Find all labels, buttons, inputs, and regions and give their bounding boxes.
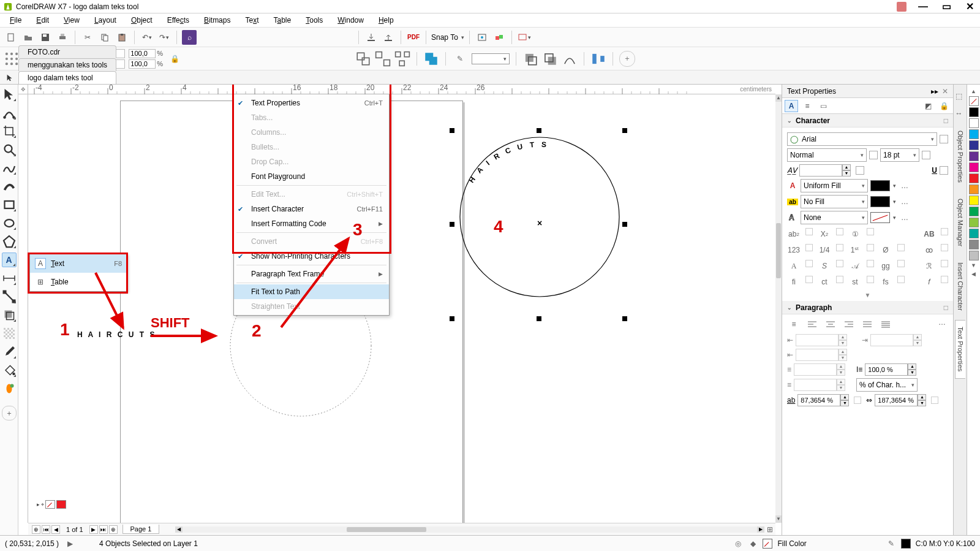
doc-palette-prev[interactable]: ▸ xyxy=(37,501,40,507)
menu-text[interactable]: Text xyxy=(239,15,265,26)
line-spacing-input[interactable] xyxy=(865,363,908,376)
cut-button[interactable]: ✂ xyxy=(80,30,95,45)
allcaps-icon[interactable]: AB xyxy=(922,228,936,240)
font-family-dropdown[interactable]: ◯Arial▾ xyxy=(787,132,937,146)
fill-tool[interactable] xyxy=(2,363,17,378)
menu-help[interactable]: Help xyxy=(372,15,400,26)
scale-y-input[interactable] xyxy=(129,59,156,69)
line-spacing-unit-dropdown[interactable]: % of Char. h...▾ xyxy=(856,378,918,392)
combine-button[interactable] xyxy=(423,51,439,67)
ungroup-button[interactable] xyxy=(375,51,391,67)
after-para-input[interactable] xyxy=(794,379,837,391)
superscript-icon[interactable]: X2 xyxy=(818,228,831,240)
palette-color[interactable] xyxy=(969,173,979,183)
palette-color[interactable] xyxy=(969,140,979,150)
drop-shadow-tool[interactable] xyxy=(2,308,17,322)
align-force-icon[interactable] xyxy=(879,318,892,330)
ct-lig-icon[interactable]: ct xyxy=(818,276,831,288)
menu-file[interactable]: File xyxy=(4,15,28,26)
print-button[interactable] xyxy=(55,30,70,45)
underline-button[interactable]: U xyxy=(932,166,937,175)
palette-scroll-up[interactable]: ▲ xyxy=(971,88,976,94)
palette-color[interactable] xyxy=(969,107,979,117)
font-style-dropdown[interactable]: Normal▾ xyxy=(787,148,867,162)
italic-f-icon[interactable]: f xyxy=(922,276,936,288)
paste-button[interactable] xyxy=(115,30,129,45)
pick-tool-shortcut-icon[interactable] xyxy=(4,72,16,84)
rectangle-tool[interactable] xyxy=(2,197,17,212)
launch-button[interactable] xyxy=(492,30,507,45)
right-indent-input[interactable] xyxy=(796,349,839,361)
object-origin-icon[interactable] xyxy=(4,51,20,67)
save-button[interactable] xyxy=(38,30,53,45)
snap-to-label[interactable]: Snap To xyxy=(431,33,458,42)
kerning-input[interactable] xyxy=(799,164,842,177)
drawing-canvas[interactable]: H A I R C U T S × H A I R C U T S 1 2 3 … xyxy=(28,94,775,523)
publish-pdf-button[interactable]: PDF xyxy=(406,30,421,45)
first-page[interactable]: ⏮ xyxy=(42,525,50,534)
stylistic-a-icon[interactable]: A xyxy=(787,260,801,272)
transparency-tool[interactable] xyxy=(2,326,17,341)
group-button[interactable] xyxy=(355,51,371,67)
shape-tool[interactable] xyxy=(2,105,17,120)
font-list-options[interactable] xyxy=(940,135,948,143)
fi-lig-icon[interactable]: fi xyxy=(787,276,801,288)
export-button[interactable] xyxy=(381,30,396,45)
outline-pen-icon[interactable]: ✎ xyxy=(452,51,468,67)
fs-lig-icon[interactable]: fs xyxy=(879,276,892,288)
add-page-start[interactable]: ⊕ xyxy=(32,525,40,534)
before-para-input[interactable] xyxy=(794,363,837,376)
char-bg-more[interactable]: … xyxy=(899,197,911,206)
char-outline-dropdown[interactable]: None▾ xyxy=(801,211,868,224)
numeric-icon[interactable]: 123 xyxy=(787,244,801,256)
import-button[interactable] xyxy=(364,30,379,45)
ordinal-icon[interactable]: 1ˢᵗ xyxy=(848,244,862,256)
vertical-ruler[interactable] xyxy=(18,94,28,523)
doc-palette-eyedrop[interactable]: ⌖ xyxy=(41,501,44,508)
ellipse-tool[interactable] xyxy=(2,216,17,230)
palette-expand[interactable]: ◀ xyxy=(971,271,976,277)
font-size-dropdown[interactable]: 18 pt▾ xyxy=(880,148,919,162)
to-back-button[interactable] xyxy=(542,51,558,67)
palette-color[interactable] xyxy=(969,229,979,238)
scale-x-input[interactable] xyxy=(129,49,156,58)
palette-color[interactable] xyxy=(969,129,979,139)
palette-color[interactable] xyxy=(969,251,979,260)
kerning-opts[interactable] xyxy=(856,166,864,175)
menu-bitmaps[interactable]: Bitmaps xyxy=(198,15,236,26)
add-button[interactable]: ＋ xyxy=(619,51,635,67)
font-size-opts[interactable] xyxy=(922,151,930,159)
char-fill-swatch[interactable] xyxy=(870,180,890,191)
slashed-zero-icon[interactable]: Ø xyxy=(879,244,892,256)
text-tool[interactable]: A xyxy=(2,253,17,267)
frame-tab-icon[interactable]: ▭ xyxy=(816,100,830,112)
freehand-tool[interactable] xyxy=(2,161,17,175)
palette-color[interactable] xyxy=(969,184,979,194)
apply-lock-icon[interactable]: 🔒 xyxy=(937,100,951,112)
align-none-icon[interactable]: ≡ xyxy=(787,318,801,330)
fraction-icon[interactable]: 1/4 xyxy=(818,244,831,256)
first-line-input[interactable] xyxy=(870,334,913,346)
text-on-path[interactable]: H A I R C U T S xyxy=(451,122,628,196)
char-bg-dropdown[interactable]: No Fill▾ xyxy=(801,195,868,208)
menu-view[interactable]: View xyxy=(58,15,86,26)
sidetab-icon[interactable]: ↔ xyxy=(956,109,965,119)
redo-button[interactable]: ↷▾ xyxy=(157,30,172,45)
add-page-end[interactable]: ⊕ xyxy=(109,525,118,534)
convert-curves-button[interactable] xyxy=(562,51,578,67)
menu-item[interactable]: Insert Formatting Code▶ xyxy=(234,216,389,231)
char-bg-swatch[interactable] xyxy=(870,196,890,207)
ligature-icon[interactable]: ꝏ xyxy=(922,244,936,256)
menu-layout[interactable]: Layout xyxy=(88,15,123,26)
connector-tool[interactable] xyxy=(2,289,17,304)
palette-color[interactable] xyxy=(969,240,979,249)
char-spacing-input[interactable] xyxy=(797,394,840,406)
prev-page[interactable]: ◀ xyxy=(51,525,60,534)
vertical-scrollbar[interactable]: ▲ ▼ xyxy=(775,94,782,523)
options-button[interactable] xyxy=(475,30,489,45)
zoom-tool[interactable] xyxy=(2,142,17,157)
horizontal-scrollbar[interactable]: ◀ ▶ xyxy=(175,526,764,533)
doc-palette-none[interactable] xyxy=(45,500,55,509)
artistic-media-tool[interactable] xyxy=(2,179,17,194)
palette-color[interactable] xyxy=(969,196,979,205)
